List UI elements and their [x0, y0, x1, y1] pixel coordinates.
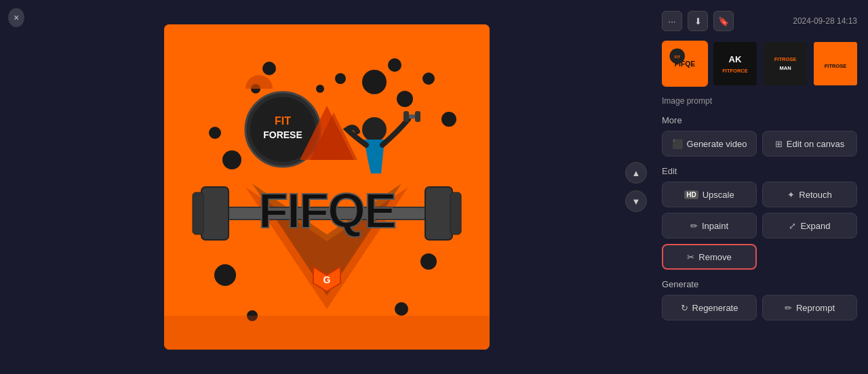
svg-text:FITFORCE: FITFORCE — [722, 68, 748, 74]
svg-rect-7 — [450, 192, 461, 234]
remove-button[interactable]: ✂ Remove — [662, 244, 757, 270]
download-button[interactable]: ⬇ — [688, 11, 708, 31]
svg-point-28 — [222, 150, 241, 169]
svg-point-22 — [422, 72, 435, 85]
svg-point-23 — [335, 73, 346, 84]
svg-text:FIT: FIT — [674, 55, 680, 59]
thumbnail-1[interactable]: FIFQEFIT — [662, 41, 708, 87]
canvas-icon: ⊞ — [775, 139, 783, 149]
edit-section: Edit HD Upscale ✦ Retouch ✏ Inpaint ⤢ Ex… — [662, 166, 857, 270]
thumbnails-row: FIFQEFIT AKFITFORCE FITROSEMAN FITROSE — [662, 41, 857, 87]
svg-rect-19 — [415, 111, 420, 122]
hd-badge: HD — [684, 190, 698, 199]
svg-point-21 — [397, 91, 413, 107]
right-panel: ··· ⬇ 🔖 2024-09-28 14:13 FIFQEFIT AKFITF… — [651, 0, 868, 374]
bookmark-button[interactable]: 🔖 — [713, 11, 734, 31]
svg-point-29 — [209, 127, 221, 139]
regenerate-button[interactable]: ↻ Regenerate — [662, 295, 757, 320]
edit-on-canvas-button[interactable]: ⊞ Edit on canvas — [762, 131, 857, 157]
more-options-button[interactable]: ··· — [662, 11, 682, 31]
image-prompt-label: Image prompt — [662, 96, 857, 106]
svg-point-16 — [362, 117, 387, 142]
generate-section: Generate ↻ Regenerate ✏ Reprompt — [662, 279, 857, 320]
svg-rect-37 — [164, 316, 490, 350]
svg-rect-18 — [403, 111, 409, 122]
svg-rect-6 — [425, 187, 452, 240]
generate-video-button[interactable]: ⬛ Generate video — [662, 131, 757, 157]
retouch-icon: ✦ — [787, 190, 795, 200]
svg-text:FIT: FIT — [275, 115, 291, 127]
svg-point-31 — [420, 253, 437, 270]
svg-text:FITROSE: FITROSE — [774, 56, 797, 62]
svg-text:MAN: MAN — [779, 65, 791, 71]
thumbnail-3[interactable]: FITROSEMAN — [762, 41, 808, 87]
close-button[interactable]: × — [8, 8, 24, 27]
inpaint-icon: ✏ — [690, 221, 698, 231]
more-section: More ⬛ Generate video ⊞ Edit on canvas — [662, 115, 857, 157]
edit-section-label: Edit — [662, 166, 857, 176]
video-icon: ⬛ — [672, 139, 683, 149]
timestamp: 2024-09-28 14:13 — [793, 16, 857, 26]
retouch-button[interactable]: ✦ Retouch — [762, 182, 857, 207]
svg-text:FIFQE: FIFQE — [258, 184, 395, 238]
remove-icon: ✂ — [687, 252, 694, 262]
regenerate-icon: ↻ — [681, 303, 688, 313]
close-area: × — [0, 0, 33, 374]
svg-rect-4 — [201, 187, 229, 240]
svg-rect-5 — [193, 192, 203, 234]
thumbnail-4[interactable]: FITROSE — [812, 41, 859, 87]
upscale-button[interactable]: HD Upscale — [662, 182, 757, 207]
more-section-label: More — [662, 115, 857, 125]
svg-text:AK: AK — [728, 54, 742, 64]
svg-text:FORESE: FORESE — [263, 129, 302, 140]
reprompt-icon: ✏ — [785, 303, 792, 313]
svg-point-32 — [214, 264, 236, 286]
svg-point-20 — [362, 70, 387, 94]
svg-point-34 — [395, 302, 408, 316]
nav-down-button[interactable]: ▼ — [625, 190, 647, 212]
nav-arrows: ▲ ▼ — [621, 0, 651, 374]
svg-point-25 — [388, 58, 401, 72]
svg-rect-45 — [764, 42, 807, 85]
inpaint-button[interactable]: ✏ Inpaint — [662, 213, 757, 238]
thumbnail-2[interactable]: AKFITFORCE — [712, 41, 758, 87]
expand-icon: ⤢ — [789, 221, 796, 231]
svg-point-30 — [262, 62, 276, 75]
generate-section-label: Generate — [662, 279, 857, 289]
expand-button[interactable]: ⤢ Expand — [762, 213, 857, 238]
main-image: FIFQE FIFQE FIT FORESE — [164, 24, 490, 350]
svg-point-24 — [316, 85, 324, 93]
svg-text:G: G — [323, 274, 331, 285]
main-image-area: FIFQE FIFQE FIT FORESE — [33, 0, 621, 374]
reprompt-button[interactable]: ✏ Reprompt — [762, 295, 857, 320]
top-bar: ··· ⬇ 🔖 2024-09-28 14:13 — [662, 11, 857, 31]
svg-text:FITROSE: FITROSE — [825, 63, 847, 69]
svg-point-26 — [441, 112, 456, 127]
nav-up-button[interactable]: ▲ — [625, 162, 647, 184]
